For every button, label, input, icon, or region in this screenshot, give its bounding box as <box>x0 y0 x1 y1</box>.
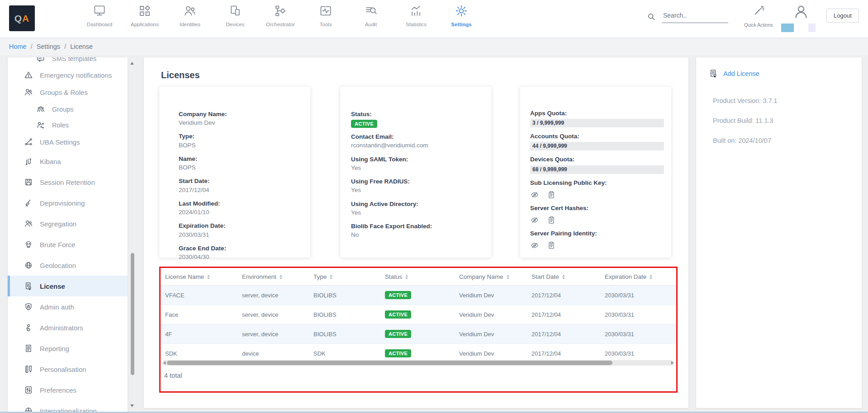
person-icon <box>792 3 810 20</box>
quick-actions-button[interactable]: Quick Actions <box>743 5 774 28</box>
clipboard-icon[interactable] <box>547 216 556 225</box>
column-header-status[interactable]: Status <box>380 268 455 286</box>
field-value: Yes <box>351 186 482 195</box>
eye-off-icon[interactable] <box>530 190 539 199</box>
field-label: Sub Licensing Public Key: <box>530 179 662 187</box>
nav-item-devices[interactable]: Devices <box>213 4 258 27</box>
sidebar-item-roles[interactable]: Roles <box>8 117 128 133</box>
cell-start-date: 2017/12/04 <box>527 305 600 324</box>
sidebar-item-emergency-notifications[interactable]: Emergency notifications <box>8 67 128 83</box>
column-header-environment[interactable]: Environment <box>237 268 309 286</box>
field-name: Name:BOPS <box>179 155 301 172</box>
nav-item-settings[interactable]: Settings <box>439 4 484 27</box>
nav-item-orchestrator[interactable]: Orchestrator <box>258 4 303 27</box>
sidebar-item-administrators[interactable]: Administrators <box>8 317 128 338</box>
field-label: Status: <box>351 110 482 118</box>
sidebar-scrollbar[interactable] <box>129 57 136 412</box>
eye-off-icon[interactable] <box>530 241 539 250</box>
sidebar-item-segregation[interactable]: Segregation <box>8 213 128 234</box>
field-label: Using Active Directory: <box>351 200 482 208</box>
nav-item-tools[interactable]: Tools <box>303 4 348 27</box>
field-value: BOPS <box>179 163 301 172</box>
color-swatch-lavender <box>808 23 816 32</box>
clipboard-icon[interactable] <box>547 190 556 199</box>
sidebar-item-reporting[interactable]: Reporting <box>8 338 128 359</box>
scroll-down-arrow-icon[interactable] <box>130 404 134 407</box>
nav-item-dashboard[interactable]: Dashboard <box>77 4 122 27</box>
nav-item-identities[interactable]: Identities <box>167 4 213 27</box>
scroll-left-arrow-icon[interactable] <box>163 361 166 365</box>
right-panel: Add License Product Version: 3.7.1Produc… <box>696 57 862 408</box>
skull-icon <box>24 240 33 249</box>
stats-icon <box>409 4 423 18</box>
sidebar-item-kibana[interactable]: Kibana <box>8 151 128 172</box>
sidebar-item-preferences[interactable]: Preferences <box>8 380 128 400</box>
nav-item-applications[interactable]: Applications <box>122 4 167 27</box>
sidebar-item-session-retention[interactable]: Session Retention <box>8 172 128 192</box>
warning-icon <box>24 70 33 80</box>
table-row-face[interactable]: Faceserver, deviceBIOLIBSACTIVEVeridium … <box>161 305 676 324</box>
eye-off-icon[interactable] <box>530 216 539 225</box>
field-type: Type:BOPS <box>179 132 301 150</box>
breadcrumb-item-settings[interactable]: Settings <box>37 43 60 50</box>
field-apps-quota: Apps Quota:3 / 9,999,999 <box>530 109 662 127</box>
sidebar-item-label: Geolocation <box>40 262 76 269</box>
sidebar-item-uba-settings[interactable]: UBA Settings <box>8 133 128 151</box>
field-value: Yes <box>351 208 482 217</box>
sidebar-item-sms-templates[interactable]: SMS templates <box>8 57 128 67</box>
cell-license-name: VFACE <box>161 286 237 305</box>
table-scrollbar-thumb[interactable] <box>167 361 612 365</box>
product-info: Product Version: 3.7.1Product Build: 11.… <box>713 97 862 144</box>
logout-button[interactable]: Logout <box>826 9 859 23</box>
scroll-up-arrow-icon[interactable] <box>130 62 134 65</box>
table-row-4f[interactable]: 4Fserver, deviceBIOLIBSACTIVEVeridium De… <box>161 324 676 344</box>
column-header-type[interactable]: Type <box>309 268 380 286</box>
column-header-expiration-date[interactable]: Expiration Date <box>600 268 676 286</box>
breadcrumb-item-home[interactable]: Home <box>9 43 27 50</box>
sidebar-item-license[interactable]: License <box>8 276 128 296</box>
sort-icon <box>405 275 408 279</box>
cell-type: BIOLIBS <box>309 286 380 305</box>
column-header-start-date[interactable]: Start Date <box>527 268 600 286</box>
column-header-license-name[interactable]: License Name <box>161 268 237 286</box>
column-header-label: Start Date <box>531 273 559 280</box>
cell-license-name: Face <box>161 305 237 324</box>
status-badge: ACTIVE <box>351 120 377 128</box>
clipboard-icon[interactable] <box>547 241 556 250</box>
add-license-button[interactable]: Add License <box>709 69 862 78</box>
scroll-right-arrow-icon[interactable] <box>671 361 674 365</box>
sidebar-scrollbar-thumb[interactable] <box>131 253 134 375</box>
column-header-company-name[interactable]: Company Name <box>455 268 527 286</box>
roles-icon <box>36 121 45 130</box>
sidebar-item-internationalization[interactable]: Internationalization <box>8 400 128 413</box>
nav-item-statistics[interactable]: Statistics <box>394 4 439 27</box>
field-start-date: Start Date:2017/12/04 <box>179 177 301 194</box>
sidebar-item-admin-auth[interactable]: Admin auth <box>8 296 128 317</box>
table-horizontal-scrollbar[interactable] <box>162 360 674 366</box>
licenses-table-highlight-box: License NameEnvironmentTypeStatusCompany… <box>159 267 678 393</box>
breadcrumb-item-license: License <box>70 43 93 50</box>
nav-item-audit[interactable]: Audit <box>348 4 394 27</box>
page-title: Licenses <box>161 70 200 80</box>
nav-item-label: Settings <box>439 22 484 27</box>
sidebar-item-deprovisioning[interactable]: Deprovisioning <box>8 192 128 213</box>
sidebar-item-label: Segregation <box>40 220 76 228</box>
field-label: Contact Email: <box>351 133 482 141</box>
main-nav: DashboardApplicationsIdentitiesDevicesOr… <box>77 4 484 27</box>
table-row-vface[interactable]: VFACEserver, deviceBIOLIBSACTIVEVeridium… <box>161 286 676 305</box>
nav-item-label: Orchestrator <box>258 22 303 27</box>
admin-icon <box>24 323 33 332</box>
field-value: 2030/04/30 <box>179 253 301 262</box>
sidebar-item-groups[interactable]: Groups <box>8 101 128 117</box>
sidebar-item-personalisation[interactable]: Personalisation <box>8 359 128 380</box>
search-input[interactable] <box>662 10 728 23</box>
cell-environment: server, device <box>237 286 309 305</box>
user-avatar[interactable] <box>792 3 810 22</box>
sidebar-item-brute-force[interactable]: Brute Force <box>8 234 128 255</box>
sidebar-item-groups-roles[interactable]: Groups & Roles <box>8 83 128 101</box>
secret-actions <box>530 190 662 199</box>
nav-item-label: Tools <box>303 22 348 27</box>
sidebar-item-geolocation[interactable]: Geolocation <box>8 255 128 276</box>
cell-status: ACTIVE <box>380 324 455 344</box>
sidebar-item-label: Groups & Roles <box>40 89 88 96</box>
